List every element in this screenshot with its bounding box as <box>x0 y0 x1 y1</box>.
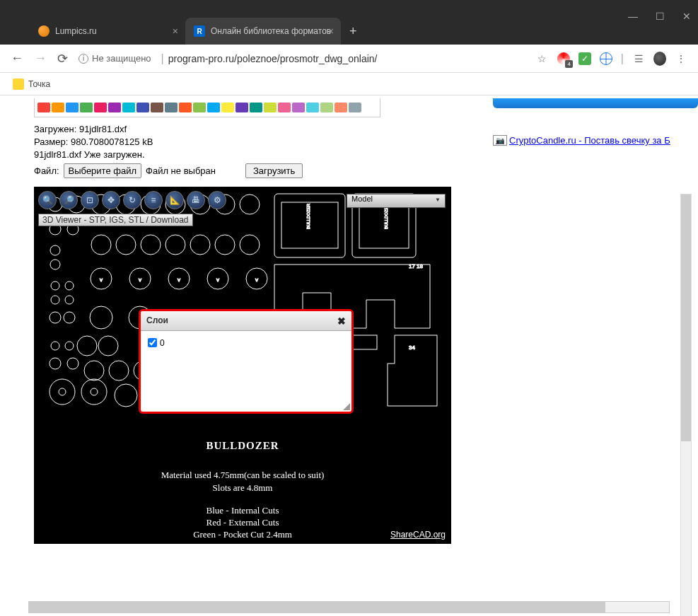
address-bar-icons: ☆ ✓ | ☰ ⋮ <box>536 52 687 65</box>
resize-handle-icon[interactable] <box>342 402 350 410</box>
bookmark-item[interactable]: Точка <box>28 79 50 89</box>
zoom-fit-icon[interactable]: ⊡ <box>81 191 99 209</box>
print-icon[interactable]: 🖶 <box>187 191 205 209</box>
close-window-button[interactable]: ✕ <box>682 11 691 22</box>
reload-button[interactable]: ⟳ <box>57 51 68 66</box>
close-tab-icon[interactable]: × <box>328 25 334 37</box>
svg-point-39 <box>98 336 118 356</box>
close-tab-icon[interactable]: × <box>173 25 178 37</box>
drawing-note: Green - Pocket Cut 2.4mm <box>34 529 451 540</box>
forward-button[interactable]: → <box>34 51 47 66</box>
svg-point-50 <box>91 388 98 395</box>
scrollbar-thumb[interactable] <box>29 602 605 612</box>
share-icon[interactable] <box>136 103 149 112</box>
share-icon[interactable] <box>292 103 305 112</box>
url-field[interactable]: program-pro.ru/poleznoe/prosmotr_dwg_onl… <box>168 53 530 64</box>
info-icon: i <box>78 54 88 64</box>
share-icon[interactable] <box>349 103 361 112</box>
zoom-in-icon[interactable]: 🔍 <box>38 191 57 209</box>
share-icon[interactable] <box>108 103 121 112</box>
svg-point-42 <box>50 358 61 369</box>
reading-list-icon[interactable]: ☰ <box>632 52 645 65</box>
sharecad-link[interactable]: ShareCAD.org <box>390 530 446 540</box>
vertical-scrollbar[interactable] <box>680 194 692 616</box>
share-icon[interactable] <box>165 103 178 112</box>
bookmark-star-icon[interactable]: ☆ <box>536 52 549 65</box>
model-select[interactable]: Model <box>347 194 446 208</box>
pan-icon[interactable]: ✥ <box>102 191 120 209</box>
layer-item[interactable]: 0 <box>148 338 344 348</box>
security-indicator[interactable]: i Не защищено <box>78 53 151 64</box>
svg-point-38 <box>77 336 97 356</box>
maximize-button[interactable]: ☐ <box>656 11 665 22</box>
svg-text:17  18: 17 18 <box>409 263 424 269</box>
share-icon[interactable] <box>335 103 347 112</box>
tab-title: Онлайн библиотека форматов <box>211 26 331 36</box>
share-icon[interactable] <box>94 103 107 112</box>
dialog-header[interactable]: Слои ✖ <box>141 311 351 331</box>
file-label: Файл: <box>34 165 59 176</box>
svg-point-41 <box>65 342 74 350</box>
drawing-title: BULLDOZER <box>34 440 451 452</box>
share-icon[interactable] <box>278 103 291 112</box>
new-tab-button[interactable]: + <box>341 24 357 39</box>
security-label: Не защищено <box>92 53 151 64</box>
share-icon[interactable] <box>80 103 93 112</box>
scrollbar-thumb[interactable] <box>681 194 691 441</box>
cad-viewer[interactable]: 🔍 🔎 ⊡ ✥ ↻ ≡ 📐 🖶 ⚙ Model 3D Viewer - STP,… <box>34 187 451 544</box>
extension-badge-icon[interactable] <box>557 52 570 65</box>
extension-check-icon[interactable]: ✓ <box>578 52 591 65</box>
close-icon[interactable]: ✖ <box>337 315 346 327</box>
tab-program-pro[interactable]: R Онлайн библиотека форматов × <box>185 18 341 45</box>
drawing-note: Blue - Internal Cuts <box>34 505 451 516</box>
favicon-icon <box>38 25 50 37</box>
menu-icon[interactable]: ⋮ <box>675 52 687 65</box>
share-icon[interactable] <box>179 103 192 112</box>
tab-lumpics[interactable]: Lumpics.ru × <box>30 18 185 45</box>
rotate-icon[interactable]: ↻ <box>123 191 141 209</box>
crypto-link[interactable]: 📷 CryptoCandle.ru - Поставь свечку за Б <box>493 135 698 146</box>
svg-point-34 <box>51 296 59 304</box>
layer-checkbox[interactable] <box>148 338 157 347</box>
settings-icon[interactable]: ⚙ <box>208 191 226 209</box>
svg-point-14 <box>165 235 185 255</box>
share-icon[interactable] <box>235 103 248 112</box>
share-icon[interactable] <box>193 103 206 112</box>
share-icon[interactable] <box>37 103 50 112</box>
svg-text:v: v <box>100 277 103 283</box>
svg-text:BULLDOZER: BULLDOZER <box>306 203 310 229</box>
share-icon[interactable] <box>66 103 78 112</box>
sidebar: 📷 CryptoCandle.ru - Поставь свечку за Б <box>493 98 698 146</box>
svg-point-8 <box>240 194 260 214</box>
zoom-out-icon[interactable]: 🔎 <box>59 191 78 209</box>
share-icons-row <box>34 98 380 117</box>
translate-icon[interactable] <box>600 52 612 65</box>
back-button[interactable]: ← <box>11 51 23 66</box>
svg-point-15 <box>190 235 210 255</box>
measure-icon[interactable]: 📐 <box>165 191 184 209</box>
tabs-row: Lumpics.ru × R Онлайн библиотека формато… <box>30 18 357 45</box>
layers-icon[interactable]: ≡ <box>144 191 163 209</box>
svg-point-37 <box>64 312 75 323</box>
viewer-links[interactable]: 3D Viewer - STP, IGS, STL / Download <box>38 214 193 226</box>
svg-point-43 <box>67 358 78 369</box>
share-icon[interactable] <box>221 103 234 112</box>
horizontal-scrollbar[interactable] <box>28 601 670 613</box>
svg-point-47 <box>50 379 75 405</box>
share-icon[interactable] <box>306 103 319 112</box>
share-icon[interactable] <box>122 103 135 112</box>
share-icon[interactable] <box>264 103 277 112</box>
viewer-toolbar: 🔍 🔎 ⊡ ✥ ↻ ≡ 📐 🖶 ⚙ <box>38 191 226 209</box>
upload-button[interactable]: Загрузить <box>245 163 303 178</box>
share-icon[interactable] <box>151 103 163 112</box>
profile-avatar-icon[interactable] <box>653 52 666 66</box>
minimize-button[interactable]: — <box>628 11 638 22</box>
share-icon[interactable] <box>52 103 64 112</box>
svg-point-51 <box>115 384 137 407</box>
share-icon[interactable] <box>207 103 220 112</box>
svg-point-12 <box>116 235 136 255</box>
file-upload-row: Файл: Выберите файл Файл не выбран Загру… <box>34 163 698 178</box>
share-icon[interactable] <box>320 103 333 112</box>
share-icon[interactable] <box>250 103 262 112</box>
choose-file-button[interactable]: Выберите файл <box>64 163 141 178</box>
